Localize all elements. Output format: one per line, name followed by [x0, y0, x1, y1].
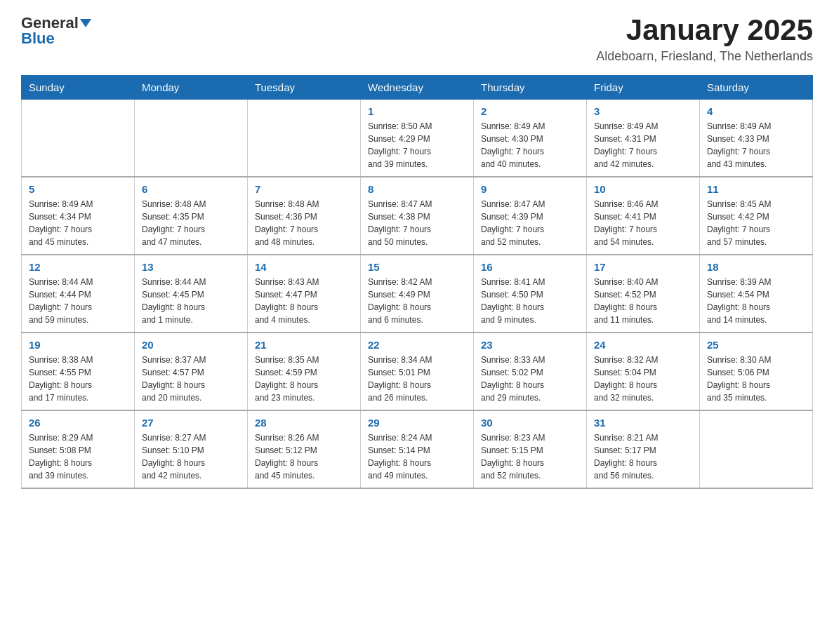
calendar-title: January 2025 — [596, 14, 813, 46]
day-cell: 2Sunrise: 8:49 AM Sunset: 4:30 PM Daylig… — [474, 100, 587, 177]
day-number: 2 — [481, 105, 579, 117]
logo: General Blue — [21, 14, 91, 48]
day-number: 11 — [707, 183, 805, 195]
day-number: 5 — [29, 183, 127, 195]
header-cell-thursday: Thursday — [474, 76, 587, 100]
day-cell: 17Sunrise: 8:40 AM Sunset: 4:52 PM Dayli… — [587, 255, 700, 333]
day-info: Sunrise: 8:43 AM Sunset: 4:47 PM Dayligh… — [255, 276, 353, 326]
day-info: Sunrise: 8:49 AM Sunset: 4:31 PM Dayligh… — [594, 120, 692, 170]
day-cell: 6Sunrise: 8:48 AM Sunset: 4:35 PM Daylig… — [135, 177, 248, 255]
day-cell: 5Sunrise: 8:49 AM Sunset: 4:34 PM Daylig… — [22, 177, 135, 255]
day-cell: 25Sunrise: 8:30 AM Sunset: 5:06 PM Dayli… — [700, 333, 813, 410]
calendar-table: SundayMondayTuesdayWednesdayThursdayFrid… — [21, 75, 813, 489]
day-info: Sunrise: 8:33 AM Sunset: 5:02 PM Dayligh… — [481, 354, 579, 404]
day-cell: 27Sunrise: 8:27 AM Sunset: 5:10 PM Dayli… — [135, 410, 248, 488]
day-number: 4 — [707, 105, 805, 117]
day-number: 23 — [481, 339, 579, 351]
day-info: Sunrise: 8:30 AM Sunset: 5:06 PM Dayligh… — [707, 354, 805, 404]
day-number: 20 — [142, 339, 240, 351]
day-cell — [135, 100, 248, 177]
day-cell: 8Sunrise: 8:47 AM Sunset: 4:38 PM Daylig… — [361, 177, 474, 255]
header-cell-wednesday: Wednesday — [361, 76, 474, 100]
day-number: 17 — [594, 261, 692, 273]
week-row-3: 12Sunrise: 8:44 AM Sunset: 4:44 PM Dayli… — [22, 255, 813, 333]
day-number: 29 — [368, 417, 466, 429]
day-info: Sunrise: 8:49 AM Sunset: 4:30 PM Dayligh… — [481, 120, 579, 170]
day-number: 19 — [29, 339, 127, 351]
day-cell: 10Sunrise: 8:46 AM Sunset: 4:41 PM Dayli… — [587, 177, 700, 255]
day-number: 21 — [255, 339, 353, 351]
day-number: 24 — [594, 339, 692, 351]
day-cell: 18Sunrise: 8:39 AM Sunset: 4:54 PM Dayli… — [700, 255, 813, 333]
day-number: 3 — [594, 105, 692, 117]
day-cell: 29Sunrise: 8:24 AM Sunset: 5:14 PM Dayli… — [361, 410, 474, 488]
day-cell: 19Sunrise: 8:38 AM Sunset: 4:55 PM Dayli… — [22, 333, 135, 410]
day-number: 22 — [368, 339, 466, 351]
calendar-body: 1Sunrise: 8:50 AM Sunset: 4:29 PM Daylig… — [22, 100, 813, 489]
day-cell: 28Sunrise: 8:26 AM Sunset: 5:12 PM Dayli… — [248, 410, 361, 488]
calendar-header: SundayMondayTuesdayWednesdayThursdayFrid… — [22, 76, 813, 100]
day-number: 9 — [481, 183, 579, 195]
day-info: Sunrise: 8:44 AM Sunset: 4:45 PM Dayligh… — [142, 276, 240, 326]
day-cell: 26Sunrise: 8:29 AM Sunset: 5:08 PM Dayli… — [22, 410, 135, 488]
day-info: Sunrise: 8:21 AM Sunset: 5:17 PM Dayligh… — [594, 431, 692, 482]
day-number: 28 — [255, 417, 353, 429]
day-info: Sunrise: 8:41 AM Sunset: 4:50 PM Dayligh… — [481, 276, 579, 326]
header-row: SundayMondayTuesdayWednesdayThursdayFrid… — [22, 76, 813, 100]
day-cell: 9Sunrise: 8:47 AM Sunset: 4:39 PM Daylig… — [474, 177, 587, 255]
day-info: Sunrise: 8:42 AM Sunset: 4:49 PM Dayligh… — [368, 276, 466, 326]
week-row-1: 1Sunrise: 8:50 AM Sunset: 4:29 PM Daylig… — [22, 100, 813, 177]
page-header: General Blue January 2025 Aldeboarn, Fri… — [21, 14, 813, 64]
day-number: 6 — [142, 183, 240, 195]
day-info: Sunrise: 8:44 AM Sunset: 4:44 PM Dayligh… — [29, 276, 127, 326]
day-info: Sunrise: 8:34 AM Sunset: 5:01 PM Dayligh… — [368, 354, 466, 404]
day-number: 18 — [707, 261, 805, 273]
day-number: 30 — [481, 417, 579, 429]
week-row-5: 26Sunrise: 8:29 AM Sunset: 5:08 PM Dayli… — [22, 410, 813, 488]
week-row-4: 19Sunrise: 8:38 AM Sunset: 4:55 PM Dayli… — [22, 333, 813, 410]
day-info: Sunrise: 8:50 AM Sunset: 4:29 PM Dayligh… — [368, 120, 466, 170]
header-cell-tuesday: Tuesday — [248, 76, 361, 100]
day-info: Sunrise: 8:35 AM Sunset: 4:59 PM Dayligh… — [255, 354, 353, 404]
day-info: Sunrise: 8:48 AM Sunset: 4:36 PM Dayligh… — [255, 198, 353, 248]
day-number: 31 — [594, 417, 692, 429]
day-info: Sunrise: 8:24 AM Sunset: 5:14 PM Dayligh… — [368, 431, 466, 482]
day-cell: 12Sunrise: 8:44 AM Sunset: 4:44 PM Dayli… — [22, 255, 135, 333]
day-number: 8 — [368, 183, 466, 195]
day-info: Sunrise: 8:40 AM Sunset: 4:52 PM Dayligh… — [594, 276, 692, 326]
header-cell-sunday: Sunday — [22, 76, 135, 100]
week-row-2: 5Sunrise: 8:49 AM Sunset: 4:34 PM Daylig… — [22, 177, 813, 255]
day-info: Sunrise: 8:49 AM Sunset: 4:33 PM Dayligh… — [707, 120, 805, 170]
day-cell: 30Sunrise: 8:23 AM Sunset: 5:15 PM Dayli… — [474, 410, 587, 488]
day-cell — [22, 100, 135, 177]
day-number: 7 — [255, 183, 353, 195]
header-cell-monday: Monday — [135, 76, 248, 100]
day-number: 12 — [29, 261, 127, 273]
day-info: Sunrise: 8:32 AM Sunset: 5:04 PM Dayligh… — [594, 354, 692, 404]
day-info: Sunrise: 8:39 AM Sunset: 4:54 PM Dayligh… — [707, 276, 805, 326]
day-cell: 3Sunrise: 8:49 AM Sunset: 4:31 PM Daylig… — [587, 100, 700, 177]
day-number: 13 — [142, 261, 240, 273]
day-info: Sunrise: 8:48 AM Sunset: 4:35 PM Dayligh… — [142, 198, 240, 248]
day-number: 25 — [707, 339, 805, 351]
title-block: January 2025 Aldeboarn, Friesland, The N… — [596, 14, 813, 64]
day-cell: 31Sunrise: 8:21 AM Sunset: 5:17 PM Dayli… — [587, 410, 700, 488]
day-cell: 15Sunrise: 8:42 AM Sunset: 4:49 PM Dayli… — [361, 255, 474, 333]
day-number: 1 — [368, 105, 466, 117]
day-info: Sunrise: 8:37 AM Sunset: 4:57 PM Dayligh… — [142, 354, 240, 404]
day-cell — [700, 410, 813, 488]
logo-triangle-icon — [80, 19, 91, 27]
calendar-subtitle: Aldeboarn, Friesland, The Netherlands — [596, 49, 813, 64]
day-cell: 24Sunrise: 8:32 AM Sunset: 5:04 PM Dayli… — [587, 333, 700, 410]
header-cell-friday: Friday — [587, 76, 700, 100]
day-cell: 1Sunrise: 8:50 AM Sunset: 4:29 PM Daylig… — [361, 100, 474, 177]
header-cell-saturday: Saturday — [700, 76, 813, 100]
day-cell: 13Sunrise: 8:44 AM Sunset: 4:45 PM Dayli… — [135, 255, 248, 333]
day-number: 26 — [29, 417, 127, 429]
day-info: Sunrise: 8:45 AM Sunset: 4:42 PM Dayligh… — [707, 198, 805, 248]
logo-blue: Blue — [21, 29, 55, 48]
day-info: Sunrise: 8:29 AM Sunset: 5:08 PM Dayligh… — [29, 431, 127, 482]
day-info: Sunrise: 8:46 AM Sunset: 4:41 PM Dayligh… — [594, 198, 692, 248]
day-number: 15 — [368, 261, 466, 273]
day-info: Sunrise: 8:23 AM Sunset: 5:15 PM Dayligh… — [481, 431, 579, 482]
